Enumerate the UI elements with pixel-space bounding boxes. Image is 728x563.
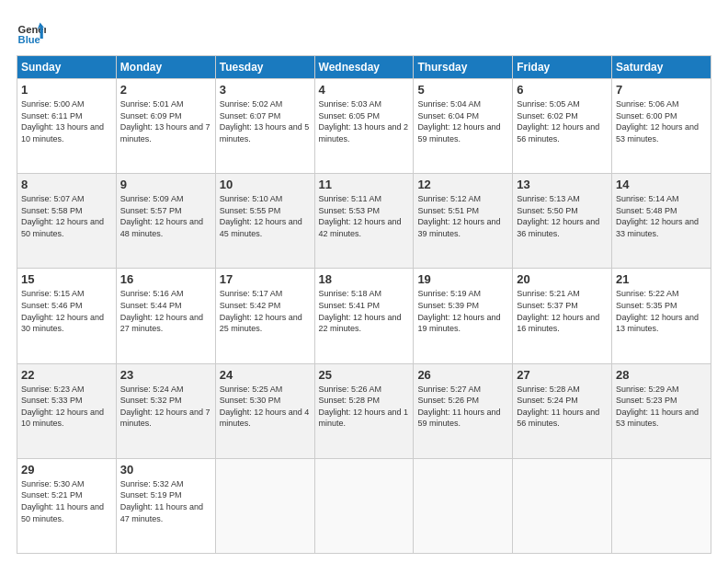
day-cell: 4Sunrise: 5:03 AMSunset: 6:05 PMDaylight… (314, 79, 414, 174)
day-number: 4 (319, 83, 410, 97)
day-number: 28 (616, 368, 707, 382)
day-cell (414, 458, 513, 553)
day-cell: 29Sunrise: 5:30 AMSunset: 5:21 PMDayligh… (17, 458, 117, 553)
day-number: 5 (417, 83, 508, 97)
day-cell (215, 458, 314, 553)
day-info: Sunrise: 5:30 AMSunset: 5:21 PMDaylight:… (21, 478, 112, 524)
day-number: 12 (417, 178, 508, 191)
day-number: 20 (517, 272, 608, 286)
weekday-friday: Friday (513, 56, 612, 79)
day-cell: 14Sunrise: 5:14 AMSunset: 5:48 PMDayligh… (612, 174, 711, 269)
day-cell (612, 458, 711, 553)
day-cell: 1Sunrise: 5:00 AMSunset: 6:11 PMDaylight… (17, 79, 117, 174)
day-cell: 27Sunrise: 5:28 AMSunset: 5:24 PMDayligh… (513, 363, 612, 458)
day-info: Sunrise: 5:29 AMSunset: 5:23 PMDaylight:… (616, 384, 707, 430)
day-cell: 18Sunrise: 5:18 AMSunset: 5:41 PMDayligh… (314, 269, 414, 363)
week-row-5: 29Sunrise: 5:30 AMSunset: 5:21 PMDayligh… (17, 458, 711, 553)
day-number: 7 (616, 83, 707, 97)
day-cell (314, 458, 414, 553)
day-cell: 6Sunrise: 5:05 AMSunset: 6:02 PMDaylight… (513, 79, 612, 174)
day-info: Sunrise: 5:23 AMSunset: 5:33 PMDaylight:… (21, 384, 112, 430)
day-info: Sunrise: 5:05 AMSunset: 6:02 PMDaylight:… (517, 98, 608, 144)
day-info: Sunrise: 5:27 AMSunset: 5:26 PMDaylight:… (417, 384, 508, 430)
week-row-1: 1Sunrise: 5:00 AMSunset: 6:11 PMDaylight… (17, 79, 711, 174)
day-cell: 13Sunrise: 5:13 AMSunset: 5:50 PMDayligh… (513, 174, 612, 269)
day-info: Sunrise: 5:25 AMSunset: 5:30 PMDaylight:… (220, 384, 311, 430)
day-info: Sunrise: 5:06 AMSunset: 6:00 PMDaylight:… (616, 98, 707, 144)
day-info: Sunrise: 5:32 AMSunset: 5:19 PMDaylight:… (120, 478, 211, 524)
day-info: Sunrise: 5:01 AMSunset: 6:09 PMDaylight:… (120, 98, 211, 144)
calendar-table: SundayMondayTuesdayWednesdayThursdayFrid… (17, 55, 711, 554)
day-info: Sunrise: 5:11 AMSunset: 5:53 PMDaylight:… (319, 193, 410, 239)
day-number: 22 (21, 368, 112, 382)
day-number: 23 (120, 368, 211, 382)
day-number: 17 (220, 272, 311, 286)
logo: General Blue (17, 17, 46, 46)
day-number: 25 (319, 368, 410, 382)
day-number: 2 (120, 83, 211, 97)
day-cell: 24Sunrise: 5:25 AMSunset: 5:30 PMDayligh… (215, 363, 314, 458)
day-info: Sunrise: 5:15 AMSunset: 5:46 PMDaylight:… (21, 288, 112, 334)
day-number: 27 (517, 368, 608, 382)
day-info: Sunrise: 5:28 AMSunset: 5:24 PMDaylight:… (517, 384, 608, 430)
day-info: Sunrise: 5:18 AMSunset: 5:41 PMDaylight:… (319, 288, 410, 334)
day-cell: 21Sunrise: 5:22 AMSunset: 5:35 PMDayligh… (612, 269, 711, 363)
day-info: Sunrise: 5:03 AMSunset: 6:05 PMDaylight:… (319, 98, 410, 144)
week-row-3: 15Sunrise: 5:15 AMSunset: 5:46 PMDayligh… (17, 269, 711, 363)
logo-icon: General Blue (17, 17, 46, 46)
day-cell: 11Sunrise: 5:11 AMSunset: 5:53 PMDayligh… (314, 174, 414, 269)
day-info: Sunrise: 5:16 AMSunset: 5:44 PMDaylight:… (120, 288, 211, 334)
weekday-sunday: Sunday (17, 56, 117, 79)
day-info: Sunrise: 5:24 AMSunset: 5:32 PMDaylight:… (120, 384, 211, 430)
day-cell: 12Sunrise: 5:12 AMSunset: 5:51 PMDayligh… (414, 174, 513, 269)
svg-text:Blue: Blue (18, 34, 40, 45)
day-cell: 23Sunrise: 5:24 AMSunset: 5:32 PMDayligh… (116, 363, 215, 458)
day-cell: 7Sunrise: 5:06 AMSunset: 6:00 PMDaylight… (612, 79, 711, 174)
day-number: 15 (21, 272, 112, 286)
day-cell: 17Sunrise: 5:17 AMSunset: 5:42 PMDayligh… (215, 269, 314, 363)
day-cell: 22Sunrise: 5:23 AMSunset: 5:33 PMDayligh… (17, 363, 117, 458)
day-cell: 16Sunrise: 5:16 AMSunset: 5:44 PMDayligh… (116, 269, 215, 363)
day-info: Sunrise: 5:22 AMSunset: 5:35 PMDaylight:… (616, 288, 707, 334)
week-row-2: 8Sunrise: 5:07 AMSunset: 5:58 PMDaylight… (17, 174, 711, 269)
day-info: Sunrise: 5:04 AMSunset: 6:04 PMDaylight:… (417, 98, 508, 144)
day-cell: 3Sunrise: 5:02 AMSunset: 6:07 PMDaylight… (215, 79, 314, 174)
day-info: Sunrise: 5:26 AMSunset: 5:28 PMDaylight:… (319, 384, 410, 430)
day-number: 3 (220, 83, 311, 97)
day-info: Sunrise: 5:21 AMSunset: 5:37 PMDaylight:… (517, 288, 608, 334)
day-info: Sunrise: 5:13 AMSunset: 5:50 PMDaylight:… (517, 193, 608, 239)
weekday-thursday: Thursday (414, 56, 513, 79)
day-info: Sunrise: 5:17 AMSunset: 5:42 PMDaylight:… (220, 288, 311, 334)
day-number: 18 (319, 272, 410, 286)
weekday-header-row: SundayMondayTuesdayWednesdayThursdayFrid… (17, 56, 711, 79)
day-number: 19 (417, 272, 508, 286)
day-info: Sunrise: 5:00 AMSunset: 6:11 PMDaylight:… (21, 98, 112, 144)
day-cell: 8Sunrise: 5:07 AMSunset: 5:58 PMDaylight… (17, 174, 117, 269)
day-info: Sunrise: 5:09 AMSunset: 5:57 PMDaylight:… (120, 193, 211, 239)
day-number: 11 (319, 178, 410, 191)
day-number: 8 (21, 178, 112, 191)
day-cell: 25Sunrise: 5:26 AMSunset: 5:28 PMDayligh… (314, 363, 414, 458)
day-number: 16 (120, 272, 211, 286)
day-number: 9 (120, 178, 211, 191)
day-info: Sunrise: 5:07 AMSunset: 5:58 PMDaylight:… (21, 193, 112, 239)
page-header: General Blue (17, 17, 711, 46)
day-cell (513, 458, 612, 553)
day-info: Sunrise: 5:19 AMSunset: 5:39 PMDaylight:… (417, 288, 508, 334)
week-row-4: 22Sunrise: 5:23 AMSunset: 5:33 PMDayligh… (17, 363, 711, 458)
weekday-saturday: Saturday (612, 56, 711, 79)
day-cell: 9Sunrise: 5:09 AMSunset: 5:57 PMDaylight… (116, 174, 215, 269)
day-info: Sunrise: 5:12 AMSunset: 5:51 PMDaylight:… (417, 193, 508, 239)
weekday-tuesday: Tuesday (215, 56, 314, 79)
day-cell: 2Sunrise: 5:01 AMSunset: 6:09 PMDaylight… (116, 79, 215, 174)
day-cell: 20Sunrise: 5:21 AMSunset: 5:37 PMDayligh… (513, 269, 612, 363)
day-number: 6 (517, 83, 608, 97)
day-cell: 5Sunrise: 5:04 AMSunset: 6:04 PMDaylight… (414, 79, 513, 174)
day-cell: 10Sunrise: 5:10 AMSunset: 5:55 PMDayligh… (215, 174, 314, 269)
day-cell: 15Sunrise: 5:15 AMSunset: 5:46 PMDayligh… (17, 269, 117, 363)
day-cell: 28Sunrise: 5:29 AMSunset: 5:23 PMDayligh… (612, 363, 711, 458)
day-number: 24 (220, 368, 311, 382)
day-cell: 26Sunrise: 5:27 AMSunset: 5:26 PMDayligh… (414, 363, 513, 458)
day-info: Sunrise: 5:10 AMSunset: 5:55 PMDaylight:… (220, 193, 311, 239)
day-number: 10 (220, 178, 311, 191)
